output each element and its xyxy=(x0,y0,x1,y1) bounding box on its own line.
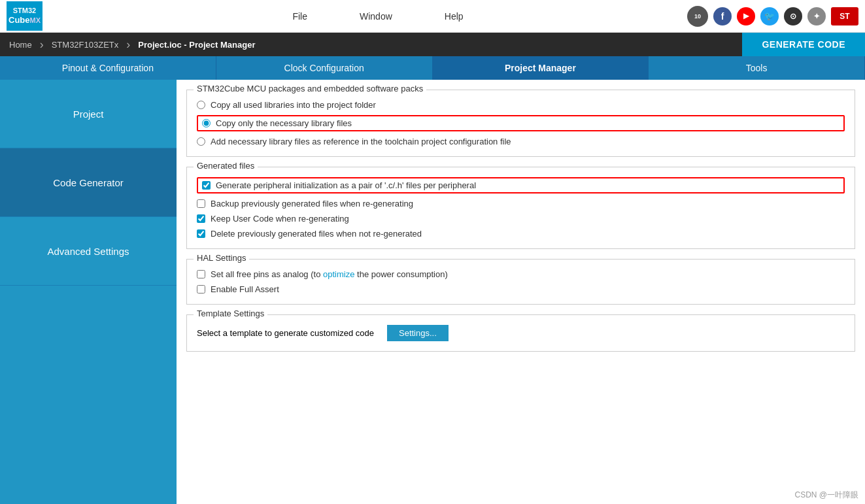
checkbox-full-assert-label: Enable Full Assert xyxy=(211,284,279,294)
hal-settings-checkbox-group: Set all free pins as analog (to optimize… xyxy=(197,269,845,294)
app-logo: STM32 CubeMX xyxy=(7,1,42,31)
settings-button[interactable]: Settings... xyxy=(387,325,449,341)
nav-file[interactable]: File xyxy=(286,8,314,25)
checkbox-backup-label: Backup previously generated files when r… xyxy=(211,199,413,209)
checkbox-keep-user-code-input[interactable] xyxy=(197,214,205,223)
stm32cube-radio-group: Copy all used libraries into the project… xyxy=(197,100,845,146)
sidebar-item-project[interactable]: Project xyxy=(0,80,177,148)
tab-tools[interactable]: Tools xyxy=(649,56,865,80)
sidebar-item-code-generator[interactable]: Code Generator xyxy=(0,148,177,217)
template-row: Select a template to generate customized… xyxy=(197,325,845,341)
checkbox-backup-input[interactable] xyxy=(197,199,205,208)
content-area: STM32Cube MCU packages and embedded soft… xyxy=(177,80,865,504)
st-logo-icon: ST xyxy=(831,7,858,25)
checkbox-free-pins-input[interactable] xyxy=(197,270,205,278)
breadcrumb-home[interactable]: Home xyxy=(0,33,41,56)
checkbox-free-pins-label: Set all free pins as analog (to optimize… xyxy=(211,269,448,279)
sidebar-item-advanced-settings[interactable]: Advanced Settings xyxy=(0,217,177,286)
breadcrumb-project[interactable]: Project.ioc - Project Manager xyxy=(129,33,264,56)
stm32cube-section: STM32Cube MCU packages and embedded soft… xyxy=(186,90,855,157)
checkbox-full-assert[interactable]: Enable Full Assert xyxy=(197,284,845,294)
radio-copy-all-label: Copy all used libraries into the project… xyxy=(211,100,376,110)
hal-settings-title: HAL Settings xyxy=(194,253,249,263)
tab-clock[interactable]: Clock Configuration xyxy=(216,56,433,80)
optimize-text: optimize xyxy=(323,269,354,279)
radio-add-reference-label: Add necessary library files as reference… xyxy=(211,137,511,146)
social-icons: 10 f ▶ 🐦 ⊙ ✦ ST xyxy=(687,6,858,27)
sidebar: Project Code Generator Advanced Settings xyxy=(0,80,177,504)
generated-files-title: Generated files xyxy=(194,161,258,171)
nav-window[interactable]: Window xyxy=(353,8,399,25)
main-layout: Project Code Generator Advanced Settings… xyxy=(0,80,865,504)
logo-area: STM32 CubeMX xyxy=(7,1,42,31)
checkbox-peripheral-init-input[interactable] xyxy=(202,181,211,190)
checkbox-delete-files[interactable]: Delete previously generated files when n… xyxy=(197,229,845,239)
radio-copy-all[interactable]: Copy all used libraries into the project… xyxy=(197,100,845,110)
hal-settings-section: HAL Settings Set all free pins as analog… xyxy=(186,259,855,305)
logo-cube: CubeMX xyxy=(8,15,41,25)
generated-files-section: Generated files Generate peripheral init… xyxy=(186,167,855,249)
template-settings-section: Template Settings Select a template to g… xyxy=(186,314,855,352)
radio-copy-necessary[interactable]: Copy only the necessary library files xyxy=(197,115,845,131)
twitter-icon[interactable]: 🐦 xyxy=(760,7,779,25)
checkbox-keep-user-code[interactable]: Keep User Code when re-generating xyxy=(197,214,845,224)
logo-stm32: STM32 xyxy=(13,7,36,15)
template-settings-title: Template Settings xyxy=(194,309,267,318)
checkbox-free-pins[interactable]: Set all free pins as analog (to optimize… xyxy=(197,269,845,279)
checkbox-backup[interactable]: Backup previously generated files when r… xyxy=(197,199,845,209)
checkbox-delete-files-input[interactable] xyxy=(197,229,205,238)
checkbox-delete-files-label: Delete previously generated files when n… xyxy=(211,229,422,239)
breadcrumb-mcu[interactable]: STM32F103ZETx xyxy=(42,33,128,56)
github-icon[interactable]: ⊙ xyxy=(784,7,802,25)
generated-files-checkbox-group: Generate peripheral initialization as a … xyxy=(197,177,845,239)
checkbox-peripheral-init-label: Generate peripheral initialization as a … xyxy=(216,180,476,190)
checkbox-full-assert-input[interactable] xyxy=(197,285,205,294)
radio-add-reference[interactable]: Add necessary library files as reference… xyxy=(197,137,845,146)
nav-menu: File Window Help xyxy=(69,8,687,25)
youtube-icon[interactable]: ▶ xyxy=(737,7,755,25)
tab-project-manager[interactable]: Project Manager xyxy=(433,56,649,80)
top-bar: STM32 CubeMX File Window Help 10 f ▶ 🐦 ⊙… xyxy=(0,0,865,33)
stm32cube-section-title: STM32Cube MCU packages and embedded soft… xyxy=(194,84,426,93)
watermark: CSDN @一叶障眼 xyxy=(794,490,858,501)
radio-copy-necessary-input[interactable] xyxy=(202,119,211,127)
radio-add-reference-input[interactable] xyxy=(197,137,205,146)
radio-copy-all-input[interactable] xyxy=(197,101,205,109)
template-label: Select a template to generate customized… xyxy=(197,328,374,338)
star-icon[interactable]: ✦ xyxy=(807,7,826,25)
anniversary-icon: 10 xyxy=(687,6,708,27)
facebook-icon[interactable]: f xyxy=(713,7,732,25)
checkbox-keep-user-code-label: Keep User Code when re-generating xyxy=(211,214,349,224)
tab-bar: Pinout & Configuration Clock Configurati… xyxy=(0,56,865,80)
nav-help[interactable]: Help xyxy=(438,8,470,25)
generate-code-button[interactable]: GENERATE CODE xyxy=(742,33,865,56)
checkbox-peripheral-init[interactable]: Generate peripheral initialization as a … xyxy=(197,177,845,193)
tab-pinout[interactable]: Pinout & Configuration xyxy=(0,56,216,80)
breadcrumb-bar: Home › STM32F103ZETx › Project.ioc - Pro… xyxy=(0,33,865,56)
radio-copy-necessary-label: Copy only the necessary library files xyxy=(216,118,352,128)
